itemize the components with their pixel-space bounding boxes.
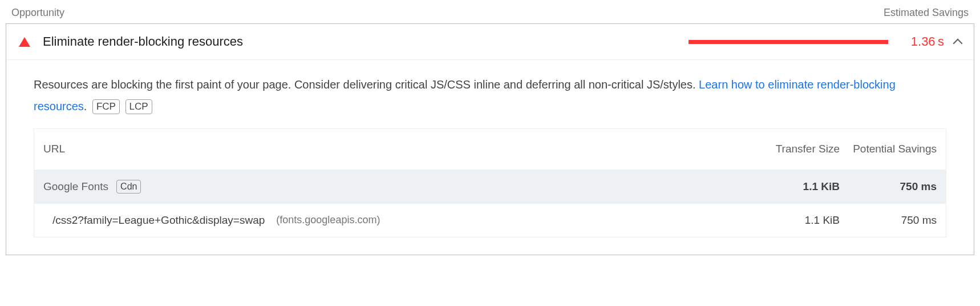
- col-url: URL: [43, 143, 737, 155]
- savings-bar: [689, 40, 888, 44]
- col-potential-savings: Potential Savings: [840, 142, 937, 157]
- audit-details: Resources are blocking the first paint o…: [6, 59, 974, 255]
- description-text: Resources are blocking the first paint o…: [34, 78, 699, 91]
- group-name: Google Fonts: [43, 180, 108, 193]
- audit-card: Eliminate render-blocking resources 1.36…: [6, 23, 974, 255]
- resource-path: /css2?family=League+Gothic&display=swap: [52, 214, 265, 227]
- table-row: /css2?family=League+Gothic&display=swap …: [34, 204, 946, 237]
- description-period: .: [84, 100, 87, 112]
- resources-table: URL Transfer Size Potential Savings Goog…: [34, 128, 946, 237]
- savings-value: 1.36 s: [911, 34, 944, 49]
- group-size: 1.1 KiB: [737, 180, 840, 193]
- table-header-row: URL Transfer Size Potential Savings: [34, 129, 946, 170]
- estimated-savings-header: Estimated Savings: [884, 7, 969, 19]
- audit-panel: Opportunity Estimated Savings Eliminate …: [0, 0, 980, 267]
- table-group-row: Google Fonts Cdn 1.1 KiB 750 ms: [34, 170, 946, 204]
- resource-savings: 750 ms: [840, 214, 937, 227]
- audit-summary-row[interactable]: Eliminate render-blocking resources 1.36…: [6, 24, 974, 59]
- metric-badge-lcp: LCP: [125, 99, 152, 114]
- fail-triangle-icon: [19, 37, 30, 47]
- opportunity-header: Opportunity: [11, 7, 64, 19]
- audit-description: Resources are blocking the first paint o…: [34, 74, 946, 117]
- resource-host: (fonts.googleapis.com): [276, 214, 380, 226]
- chevron-up-icon: [953, 39, 963, 49]
- group-tag: Cdn: [116, 180, 141, 194]
- metric-badge-fcp: FCP: [92, 99, 120, 114]
- column-headers: Opportunity Estimated Savings: [6, 7, 974, 23]
- col-transfer-size: Transfer Size: [737, 143, 840, 155]
- audit-title: Eliminate render-blocking resources: [43, 34, 243, 49]
- resource-size: 1.1 KiB: [737, 214, 840, 227]
- group-savings: 750 ms: [840, 180, 937, 193]
